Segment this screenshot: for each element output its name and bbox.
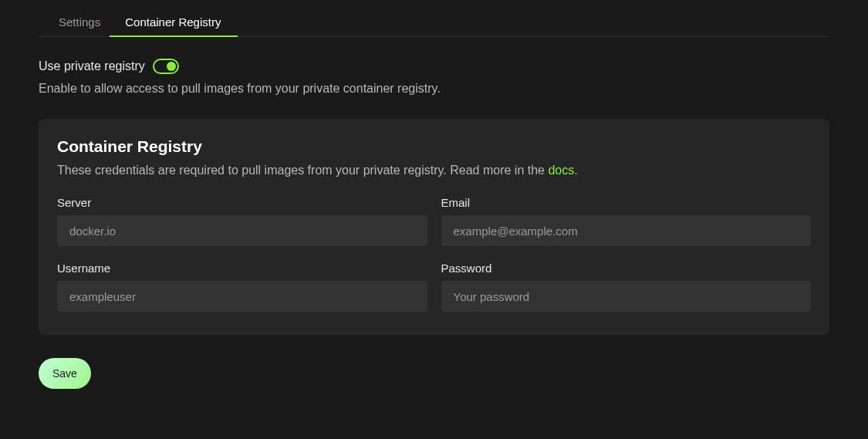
email-field: Email	[441, 196, 812, 246]
tab-container-registry[interactable]: Container Registry	[125, 9, 221, 36]
email-input[interactable]	[441, 215, 812, 246]
password-field: Password	[441, 262, 812, 312]
toggle-knob-icon	[167, 62, 176, 71]
card-subtitle: These credentials are required to pull i…	[57, 164, 811, 177]
private-registry-description: Enable to allow access to pull images fr…	[39, 82, 829, 96]
server-input[interactable]	[57, 215, 427, 246]
card-title: Container Registry	[57, 137, 811, 156]
password-input[interactable]	[441, 281, 812, 312]
server-label: Server	[57, 196, 427, 209]
private-registry-toggle[interactable]	[153, 59, 179, 74]
username-input[interactable]	[57, 281, 427, 312]
email-label: Email	[441, 196, 812, 209]
server-field: Server	[57, 196, 427, 246]
private-registry-toggle-label: Use private registry	[39, 59, 145, 73]
tab-settings[interactable]: Settings	[59, 9, 100, 36]
credentials-form: Server Email Username Password	[57, 196, 811, 312]
username-label: Username	[57, 262, 427, 275]
username-field: Username	[57, 262, 427, 312]
password-label: Password	[441, 262, 812, 275]
private-registry-toggle-row: Use private registry	[39, 59, 829, 74]
tab-bar: Settings Container Registry	[39, 9, 829, 37]
container-registry-card: Container Registry These credentials are…	[39, 119, 829, 335]
card-subtitle-text: These credentials are required to pull i…	[57, 164, 548, 177]
card-subtitle-post: .	[574, 164, 577, 177]
docs-link[interactable]: docs	[548, 164, 574, 177]
save-button[interactable]: Save	[39, 358, 91, 389]
